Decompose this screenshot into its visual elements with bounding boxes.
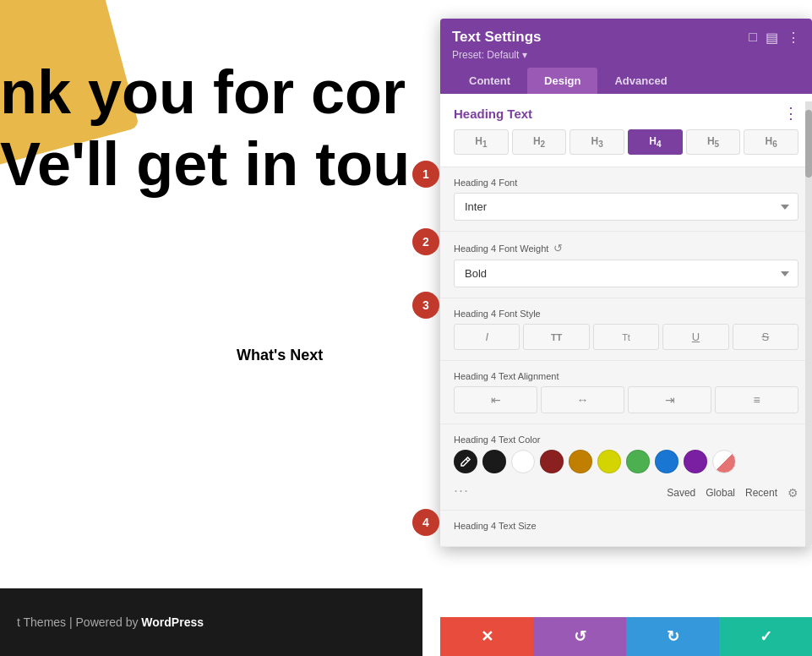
bottom-toolbar: ✕ ↺ ↻ ✓ [440, 617, 812, 656]
swatch-black[interactable] [482, 450, 506, 473]
italic-button[interactable]: I [454, 324, 520, 350]
grid-icon[interactable]: ▤ [766, 30, 778, 46]
page-heading1: nk you for cor [0, 59, 406, 126]
tab-advanced[interactable]: Advanced [597, 68, 684, 94]
heading4-text-size-group: Heading 4 Text Size [440, 511, 812, 547]
heading4-text-alignment-group: Heading 4 Text Alignment ⇤ ↔ ⇥ ≡ [440, 361, 812, 424]
page-footer: t Themes | Powered by WordPress [0, 588, 422, 656]
h1-button[interactable]: H1 [454, 129, 509, 155]
step-badge-1: 1 [412, 161, 439, 188]
heading4-font-style-group: Heading 4 Font Style I TT Tt U S [440, 298, 812, 361]
section-more-icon[interactable]: ⋮ [783, 106, 798, 121]
save-button[interactable]: ✓ [719, 617, 812, 656]
more-colors-icon[interactable]: ··· [454, 482, 469, 500]
panel-scrollbar-thumb[interactable] [805, 110, 812, 178]
tab-design[interactable]: Design [527, 68, 597, 94]
reset-button[interactable]: ↺ [533, 617, 626, 656]
text-settings-panel: Text Settings □ ▤ ⋮ Preset: Default ▾ Co… [440, 19, 812, 547]
heading-text-section: Heading Text ⋮ H1 H2 H3 H4 H5 H6 [440, 94, 812, 167]
section-header: Heading Text ⋮ [440, 94, 812, 129]
heading4-font-weight-label: Heading 4 Font Weight ↺ [454, 242, 798, 254]
tab-content[interactable]: Content [452, 68, 527, 94]
swatch-green[interactable] [626, 450, 650, 473]
strikethrough-button[interactable]: S [733, 324, 798, 350]
swatch-white[interactable] [511, 450, 535, 473]
panel-preset[interactable]: Preset: Default ▾ [452, 49, 800, 61]
swatch-yellow[interactable] [597, 450, 621, 473]
underline-button[interactable]: U [662, 324, 728, 350]
align-center-button[interactable]: ↔ [541, 386, 624, 413]
heading4-font-weight-group: Heading 4 Font Weight ↺ Bold [440, 232, 812, 298]
swatch-gold[interactable] [569, 450, 592, 473]
heading4-font-weight-select[interactable]: Bold [454, 260, 798, 287]
allcaps-button[interactable]: TT [523, 324, 589, 350]
expand-icon[interactable]: □ [749, 30, 757, 45]
heading4-text-size-label: Heading 4 Text Size [454, 521, 798, 531]
color-edit-button[interactable] [454, 450, 477, 473]
more-options-icon[interactable]: ⋮ [787, 30, 800, 46]
heading4-font-label: Heading 4 Font [454, 178, 798, 188]
swatch-dark-red[interactable] [540, 450, 564, 473]
h3-button[interactable]: H3 [569, 129, 624, 155]
titlecase-button[interactable]: Tt [593, 324, 659, 350]
color-tab-global[interactable]: Global [706, 487, 735, 499]
heading4-text-alignment-label: Heading 4 Text Alignment [454, 371, 798, 381]
page-heading2: Ve'll get in tou [0, 131, 410, 198]
panel-title: Text Settings [452, 29, 541, 46]
align-left-button[interactable]: ⇤ [454, 386, 537, 413]
panel-scrollbar[interactable] [805, 101, 812, 547]
section-title: Heading Text [454, 107, 532, 121]
svg-line-0 [466, 459, 469, 462]
footer-text: t Themes | Powered by WordPress [17, 615, 204, 629]
panel-body: Heading Text ⋮ H1 H2 H3 H4 H5 H6 Heading… [440, 94, 812, 547]
panel-tabs: Content Design Advanced [452, 68, 800, 94]
color-tab-saved[interactable]: Saved [667, 487, 695, 499]
cancel-button[interactable]: ✕ [440, 617, 533, 656]
step-badge-2: 2 [412, 228, 439, 255]
swatch-blue[interactable] [655, 450, 678, 473]
h2-button[interactable]: H2 [512, 129, 567, 155]
panel-header: Text Settings □ ▤ ⋮ Preset: Default ▾ Co… [440, 19, 812, 94]
heading4-font-group: Heading 4 Font Inter [440, 167, 812, 232]
color-tabs: Saved Global Recent ⚙ [667, 479, 798, 500]
color-swatches-row [454, 450, 798, 473]
h6-button[interactable]: H6 [744, 129, 798, 155]
color-tab-recent[interactable]: Recent [745, 487, 777, 499]
step-badge-4: 4 [412, 509, 439, 536]
color-settings-icon[interactable]: ⚙ [787, 486, 798, 500]
swatch-purple[interactable] [684, 450, 707, 473]
whats-next-text: What's Next [237, 347, 323, 364]
heading-level-buttons: H1 H2 H3 H4 H5 H6 [440, 129, 812, 167]
align-justify-button[interactable]: ≡ [715, 386, 798, 413]
h5-button[interactable]: H5 [686, 129, 741, 155]
heading4-text-color-label: Heading 4 Text Color [454, 435, 798, 445]
font-style-buttons: I TT Tt U S [454, 324, 798, 350]
heading4-font-select[interactable]: Inter [454, 193, 798, 221]
font-weight-reset-icon[interactable]: ↺ [553, 242, 563, 254]
step-badge-3: 3 [412, 292, 439, 319]
h4-button[interactable]: H4 [628, 129, 683, 155]
redo-button[interactable]: ↻ [626, 617, 719, 656]
align-right-button[interactable]: ⇥ [628, 386, 711, 413]
heading4-text-color-group: Heading 4 Text Color ··· Saved [440, 424, 812, 511]
heading4-font-style-label: Heading 4 Font Style [454, 309, 798, 319]
panel-title-icons: □ ▤ ⋮ [749, 30, 800, 46]
swatch-gradient[interactable] [712, 450, 736, 473]
alignment-buttons: ⇤ ↔ ⇥ ≡ [454, 386, 798, 413]
